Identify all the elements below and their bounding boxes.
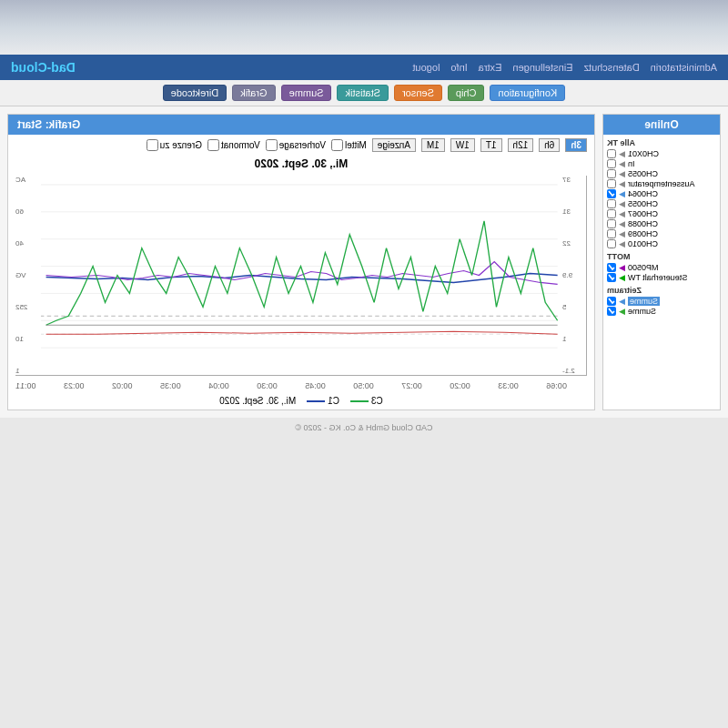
ctrl-mittel[interactable]: Mittel <box>331 139 367 151</box>
time-1w[interactable]: 1W <box>450 138 475 152</box>
cb-aussentemp[interactable] <box>607 179 616 188</box>
toolbar: Direktcode Grafik Summe Statistik Sensor… <box>0 80 728 106</box>
top-gradient <box>0 0 728 55</box>
right-panel-header: Online <box>603 115 720 135</box>
main-content: Grafik: Start Grenze zu Vormonat Vorhers… <box>0 106 728 418</box>
cb-item-ch0055b: ▶ CH0055 <box>607 199 716 208</box>
legend-line-c3 <box>350 400 369 402</box>
btn-direktcode[interactable]: Direktcode <box>163 85 228 101</box>
cb-ch0055b[interactable] <box>607 199 616 208</box>
btn-sensor[interactable]: Sensor <box>394 85 442 101</box>
legend-c1: C1 <box>307 396 339 406</box>
cb-ch0067[interactable] <box>607 209 616 218</box>
chart-title: Mi., 30. Sept. 2020 <box>8 156 594 172</box>
nav-admin-label: Administratorin <box>651 62 717 73</box>
cb-ch0088[interactable] <box>607 219 616 228</box>
nav-link-settings[interactable]: Einstellungen <box>512 62 572 73</box>
cb-item-summe2: ▶ Summe <box>607 307 716 316</box>
section-title-zeitraum: Zeitraum <box>607 286 716 295</box>
section-title-mott: MOTT <box>607 252 716 261</box>
cb-item-ch0088: ▶ CH0088 <box>607 219 716 228</box>
cb-item-in: ▶ In <box>607 159 716 168</box>
footer: © 2020 - CAD Cloud GmbH & Co. KG <box>0 418 728 438</box>
btn-grafik[interactable]: Grafik <box>232 85 275 101</box>
cb-item-summe1: ▶ Summe <box>607 297 716 306</box>
cb-vorhersage[interactable] <box>266 139 278 151</box>
btn-chip[interactable]: Chip <box>448 85 485 101</box>
time-12h[interactable]: 12h <box>508 138 534 152</box>
cb-item-steuer: ▶ Steuererhalt TW <box>607 273 716 282</box>
navbar-brand: Dad-Cloud <box>11 60 76 75</box>
time-1t[interactable]: 1T <box>480 138 502 152</box>
cb-steuer[interactable] <box>607 273 616 282</box>
chart-panel: Grafik: Start Grenze zu Vormonat Vorhers… <box>7 114 595 410</box>
legend-line-c1 <box>307 400 325 402</box>
cb-ch0055[interactable] <box>607 169 616 178</box>
panel-section-zeitraum: Zeitraum ▶ Summe ▶ Summe <box>607 286 716 316</box>
chart-area: 37 31 22 9.9 5 1 -2.1 <box>15 176 587 376</box>
panel-section-mott: MOTT ▶ MP0500 ▶ Steuererhalt TW <box>607 252 716 282</box>
right-panel: Online Alle TK ▶ CH0X01 ▶ In ▶ <box>602 114 721 410</box>
cb-item-ch0089: ▶ CH0089 <box>607 229 716 238</box>
chart-panel-header: Grafik: Start <box>8 115 594 135</box>
time-1m[interactable]: 1M <box>421 138 445 152</box>
nav-link-info[interactable]: Info <box>450 62 467 73</box>
cb-ch0089[interactable] <box>607 229 616 238</box>
cb-item-ch0010: ▶ CH0010 <box>607 239 716 248</box>
btn-konfiguration[interactable]: Konfiguration <box>490 85 566 101</box>
cb-item-ch0x01: ▶ CH0X01 <box>607 149 716 158</box>
panel-section-alle-tk: Alle TK ▶ CH0X01 ▶ In ▶ CH0055 <box>607 138 716 248</box>
cb-ch0x01[interactable] <box>607 149 616 158</box>
cb-summe1[interactable] <box>607 297 616 306</box>
section-title-alle-tk: Alle TK <box>607 138 716 147</box>
cb-in[interactable] <box>607 159 616 168</box>
cb-item-ch0064: ▶ CH0064 <box>607 189 716 198</box>
legend-c3: C3 <box>350 396 383 406</box>
time-3h[interactable]: 3h <box>565 138 587 152</box>
right-panel-content: Alle TK ▶ CH0X01 ▶ In ▶ CH0055 <box>603 135 720 323</box>
ctrl-grenze[interactable]: Grenze zu <box>147 139 202 151</box>
cb-item-aussentemp: ▶ Aussentemperatur <box>607 179 716 188</box>
cb-vormonat[interactable] <box>207 139 219 151</box>
cb-item-ch0067: ▶ CH0067 <box>607 209 716 218</box>
nav-link-extra[interactable]: Extra <box>479 62 502 73</box>
footer-text: © 2020 - CAD Cloud GmbH & Co. KG <box>295 423 432 432</box>
cb-summe2[interactable] <box>607 307 616 316</box>
cb-ch0010[interactable] <box>607 239 616 248</box>
navbar: Dad-Cloud logout Info Extra Einstellunge… <box>0 55 728 80</box>
nav-link-privacy[interactable]: Datenschutz <box>583 62 639 73</box>
time-6h[interactable]: 6h <box>539 138 560 152</box>
chart-controls: Grenze zu Vormonat Vorhersage Mittel Anz… <box>8 135 594 156</box>
cb-ch0064[interactable] <box>607 189 616 198</box>
legend-date: Mi., 30. Sept. 2020 <box>219 396 296 406</box>
cb-item-ch0055: ▶ CH0055 <box>607 169 716 178</box>
time-anzeige[interactable]: Anzeige <box>372 138 416 152</box>
cb-mp0500[interactable] <box>607 263 616 272</box>
cb-mittel[interactable] <box>331 139 343 151</box>
chart-svg <box>15 176 586 375</box>
navbar-links: logout Info Extra Einstellungen Datensch… <box>412 62 717 73</box>
chart-xaxis: 00:11 00:23 00:02 00:35 00:04 00:30 00:4… <box>8 379 594 392</box>
btn-statistik[interactable]: Statistik <box>338 85 389 101</box>
y-axis-left: 37 31 22 9.9 5 1 -2.1 <box>561 176 586 375</box>
ctrl-vorhersage[interactable]: Vorhersage <box>266 139 326 151</box>
btn-summe[interactable]: Summe <box>281 85 332 101</box>
y-axis-right: AC 60 40 VG 252 10 1 <box>15 176 38 375</box>
cb-item-mp0500: ▶ MP0500 <box>607 263 716 272</box>
cb-grenze[interactable] <box>147 139 158 151</box>
chart-legend: Mi., 30. Sept. 2020 C1 C3 <box>8 392 594 410</box>
nav-link-logout[interactable]: logout <box>412 62 440 73</box>
ctrl-vormonat[interactable]: Vormonat <box>207 139 260 151</box>
